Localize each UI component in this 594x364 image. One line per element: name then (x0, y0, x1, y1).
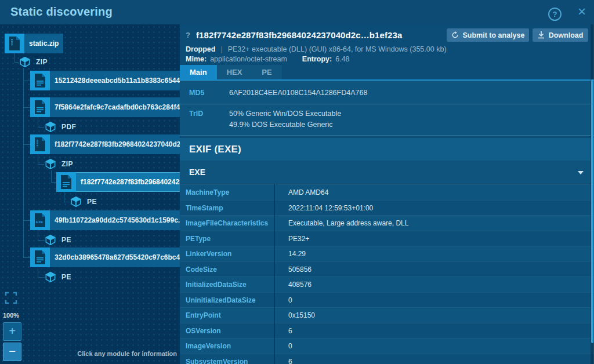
tree-connector (38, 127, 44, 128)
tree-node-format-pe[interactable]: PE (44, 271, 71, 283)
tree-connector (23, 220, 30, 221)
tree-node-file[interactable]: f182f7742e287f83fb29684024237040d2c (30, 134, 180, 154)
exif-value: 408576 (288, 281, 312, 289)
tree-connector (38, 240, 44, 241)
exe-file-icon: EXE (30, 210, 50, 230)
tree-node-file-selected[interactable]: f182f7742e287f83fb2968402423 (56, 172, 180, 192)
tree-node-file[interactable]: 32d0cb38965478a627d55420c97c6bc4a (30, 247, 180, 267)
table-row: ImageFileCharacteristics Executable, Lar… (180, 215, 594, 231)
close-icon[interactable]: × (578, 6, 586, 17)
exif-value: 0 (288, 296, 292, 304)
tree-node-label: PDF (61, 123, 76, 131)
exif-key: SubsystemVersion (186, 358, 280, 364)
tree-node-file[interactable]: EXE 49fb110722a90dd2c5745630d1c1599c.b (30, 210, 180, 230)
tree-node-label: PE (87, 198, 97, 206)
tree-node-root-archive[interactable]: static.zip (5, 34, 63, 53)
tree-node-format-zip[interactable]: ZIP (19, 56, 48, 68)
tree-node-label: 49fb110722a90dd2c5745630d1c1599c.b (50, 210, 180, 230)
table-row: PEType PE32+ (180, 231, 594, 246)
file-meta-line: Dropped | PE32+ executable (DLL) (GUI) x… (186, 45, 447, 53)
trid-label: TrID (189, 110, 229, 129)
fullscreen-icon[interactable] (5, 292, 17, 304)
divider: | (220, 45, 222, 53)
submit-to-analyse-button[interactable]: Submit to analyse (447, 28, 529, 42)
exif-section-title: EXIF (EXE) (189, 144, 241, 155)
static-discovering-window: Static discovering ? × static.zip (0, 0, 594, 364)
trid-value: 49.9% DOS Executable Generic (229, 121, 341, 129)
submit-label: Submit to analyse (463, 31, 525, 39)
tree-node-label: 7f5864e2fafc9c7cadafbd0cb763c284f4fa (50, 97, 180, 117)
exif-value: 6 (288, 327, 292, 335)
exif-value: 0x15150 (288, 311, 315, 319)
zoom-in-button[interactable]: + (3, 322, 21, 341)
tree-node-format-zip[interactable]: ZIP (44, 158, 73, 170)
tree-node-format-pe[interactable]: PE (44, 234, 71, 246)
tree-node-format-pdf[interactable]: PDF (44, 121, 76, 133)
exe-group-toggle[interactable]: EXE (180, 161, 594, 184)
tree-node-label: 15212428deeeabcd5b11a1b8383c65447 (50, 71, 180, 90)
table-row: OSVersion 6 (180, 323, 594, 338)
tree-connector (38, 154, 38, 164)
tree-connector (38, 267, 38, 277)
exif-value: AMD AMD64 (288, 188, 328, 196)
tree-connector (38, 230, 38, 240)
entropy-label: Entropy: (302, 55, 332, 63)
tree-connector (51, 170, 52, 182)
tab-hex[interactable]: HEX (217, 65, 252, 79)
tree-node-file[interactable]: 7f5864e2fafc9c7cadafbd0cb763c284f4fa (30, 97, 180, 117)
md5-label: MD5 (189, 89, 229, 97)
exif-key: UninitializedDataSize (186, 296, 280, 304)
tree-node-format-pe[interactable]: PE (70, 195, 97, 208)
module-cube-icon (19, 56, 31, 68)
table-row: SubsystemVersion 6 (180, 354, 594, 364)
exif-value: 14.29 (288, 250, 306, 258)
tree-connector (64, 192, 64, 202)
svg-text:EXE: EXE (36, 220, 43, 224)
tree-connector (15, 53, 15, 62)
trid-value: 50% Generic Win/DOS Executable (229, 110, 341, 118)
file-meta-line2: Mime: application/octet-stream Entropy: … (186, 55, 350, 63)
file-details-panel: ? f182f7742e287f83fb29684024237040d2c…b1… (180, 24, 594, 364)
exif-value: Executable, Large address aware, DLL (288, 219, 408, 227)
tree-node-label: PE (61, 236, 71, 244)
tab-pe[interactable]: PE (252, 65, 281, 79)
tab-main[interactable]: Main (180, 65, 217, 79)
exif-value: 2022:11:04 12:59:53+01:00 (288, 204, 373, 212)
tree-connector (51, 182, 56, 183)
module-cube-icon (44, 271, 57, 283)
table-row: CodeSize 505856 (180, 261, 594, 277)
module-cube-icon (44, 158, 57, 170)
table-row: ImageVersion 0 (180, 338, 594, 354)
question-icon[interactable]: ? (186, 31, 190, 39)
tree-connector (23, 144, 30, 145)
tree-node-file[interactable]: 15212428deeeabcd5b11a1b8383c65447 (30, 71, 180, 90)
exif-key: ImageVersion (186, 342, 280, 350)
tree-connector (23, 257, 30, 258)
help-icon[interactable]: ? (548, 8, 562, 21)
document-icon (56, 172, 76, 192)
scrollbar-thumb[interactable] (591, 79, 593, 343)
table-row: TimeStamp 2022:11:04 12:59:53+01:00 (180, 200, 594, 216)
detail-tabs: Main HEX PE (180, 65, 282, 79)
zip-file-icon (30, 134, 50, 154)
exif-section-header: EXIF (EXE) (180, 138, 594, 161)
exif-value: 505856 (288, 265, 312, 274)
table-row: UninitializedDataSize 0 (180, 292, 594, 308)
module-cube-icon (44, 234, 57, 246)
exif-value: 0 (288, 342, 292, 350)
download-icon (538, 31, 545, 39)
download-button[interactable]: Download (533, 28, 588, 42)
tree-node-label: PE (61, 273, 71, 281)
exif-key: LinkerVersion (186, 250, 280, 258)
tree-node-label: ZIP (61, 160, 73, 168)
exif-key: CodeSize (186, 265, 280, 274)
tree-connector (15, 62, 19, 63)
tree-connector (64, 202, 70, 202)
zoom-level: 100% (3, 312, 19, 319)
document-icon (30, 97, 50, 117)
tree-node-label: f182f7742e287f83fb29684024237040d2c (50, 134, 180, 154)
tree-node-label: 32d0cb38965478a627d55420c97c6bc4a (50, 247, 180, 267)
exif-value: PE32+ (288, 235, 309, 243)
zoom-out-button[interactable]: − (3, 343, 21, 361)
download-label: Download (549, 31, 584, 39)
